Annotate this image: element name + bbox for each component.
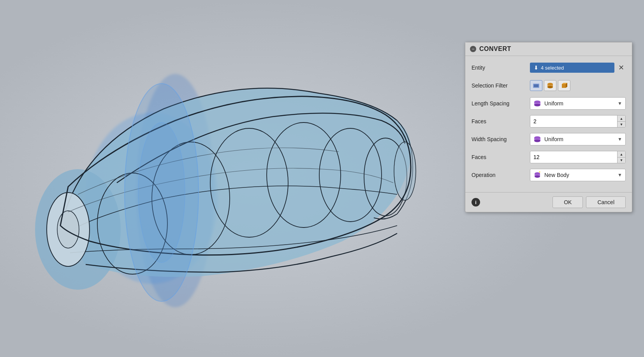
collapse-button[interactable] <box>470 46 476 52</box>
panel-body: Entity ⬇ 4 selected ✕ Selection Filter <box>465 56 632 192</box>
length-spacing-label: Length Spacing <box>472 100 530 107</box>
entity-clear-button[interactable]: ✕ <box>617 64 626 71</box>
faces-length-input[interactable] <box>530 116 617 127</box>
length-spacing-control: Uniform ▼ <box>530 97 626 110</box>
svg-point-11 <box>57 211 79 248</box>
operation-control: New Body ▼ <box>530 169 626 181</box>
faces-width-control: ▲ ▼ <box>530 151 626 163</box>
operation-value: New Body <box>544 172 614 178</box>
panel-header: CONVERT <box>465 42 632 56</box>
operation-row: Operation New Body ▼ <box>472 168 626 182</box>
panel-footer: i OK Cancel <box>465 192 632 212</box>
new-body-icon <box>533 171 541 179</box>
faces-width-input-wrap: ▲ ▼ <box>530 151 626 163</box>
faces-length-label: Faces <box>472 118 530 124</box>
selection-filter-row: Selection Filter <box>472 79 626 93</box>
info-button[interactable]: i <box>472 198 480 206</box>
solid-filter-icon <box>560 82 568 89</box>
faces-length-down[interactable]: ▼ <box>618 121 625 127</box>
operation-arrow: ▼ <box>618 172 622 178</box>
uniform-width-icon <box>533 135 541 143</box>
operation-label: Operation <box>472 172 530 178</box>
width-spacing-control: Uniform ▼ <box>530 133 626 145</box>
convert-panel: CONVERT Entity ⬇ 4 selected ✕ Selection … <box>465 42 632 212</box>
entity-selected-button[interactable]: ⬇ 4 selected <box>530 63 614 73</box>
filter-cylinder-button[interactable] <box>544 80 556 91</box>
svg-point-14 <box>138 122 185 262</box>
selection-filter-label: Selection Filter <box>472 82 530 89</box>
faces-width-spinners: ▲ ▼ <box>617 151 625 163</box>
width-spacing-value: Uniform <box>544 136 614 142</box>
svg-point-12 <box>394 142 416 200</box>
svg-marker-34 <box>539 171 540 173</box>
width-spacing-dropdown[interactable]: Uniform ▼ <box>530 133 626 145</box>
svg-point-29 <box>534 140 540 142</box>
width-spacing-row: Width Spacing Uniform ▼ <box>472 132 626 146</box>
svg-rect-20 <box>562 84 566 88</box>
length-spacing-arrow: ▼ <box>618 101 622 106</box>
filter-icons-group <box>530 80 570 91</box>
panel-title: CONVERT <box>479 46 511 52</box>
faces-length-row: Faces ▲ ▼ <box>472 114 626 128</box>
svg-point-33 <box>535 175 540 178</box>
faces-length-input-wrap: ▲ ▼ <box>530 115 626 128</box>
operation-dropdown[interactable]: New Body ▼ <box>530 169 626 181</box>
faces-width-down[interactable]: ▼ <box>618 157 625 163</box>
faces-length-spinners: ▲ ▼ <box>617 116 625 127</box>
svg-point-25 <box>534 104 540 107</box>
length-spacing-row: Length Spacing Uniform ▼ <box>472 96 626 110</box>
faces-width-row: Faces ▲ ▼ <box>472 150 626 164</box>
cancel-button[interactable]: Cancel <box>586 196 626 208</box>
filter-surface-button[interactable] <box>530 80 542 91</box>
length-spacing-value: Uniform <box>544 100 614 107</box>
length-spacing-dropdown[interactable]: Uniform ▼ <box>530 97 626 110</box>
surface-filter-icon <box>532 82 540 89</box>
faces-width-input[interactable] <box>530 151 617 163</box>
faces-width-up[interactable]: ▲ <box>618 151 625 157</box>
faces-length-control: ▲ ▼ <box>530 115 626 128</box>
faces-width-label: Faces <box>472 154 530 160</box>
selection-filter-control <box>530 80 626 91</box>
entity-row: Entity ⬇ 4 selected ✕ <box>472 61 626 75</box>
filter-solid-button[interactable] <box>558 80 570 91</box>
svg-point-19 <box>547 86 553 88</box>
width-spacing-label: Width Spacing <box>472 136 530 142</box>
entity-control: ⬇ 4 selected ✕ <box>530 63 626 73</box>
faces-length-up[interactable]: ▲ <box>618 116 625 121</box>
entity-label: Entity <box>472 65 530 71</box>
uniform-length-icon <box>533 100 541 107</box>
cursor-icon: ⬇ <box>534 65 538 71</box>
ok-button[interactable]: OK <box>553 196 583 208</box>
width-spacing-arrow: ▼ <box>618 136 622 142</box>
entity-selected-text: 4 selected <box>541 65 564 71</box>
svg-rect-16 <box>534 84 538 87</box>
cylinder-filter-icon <box>546 82 554 89</box>
